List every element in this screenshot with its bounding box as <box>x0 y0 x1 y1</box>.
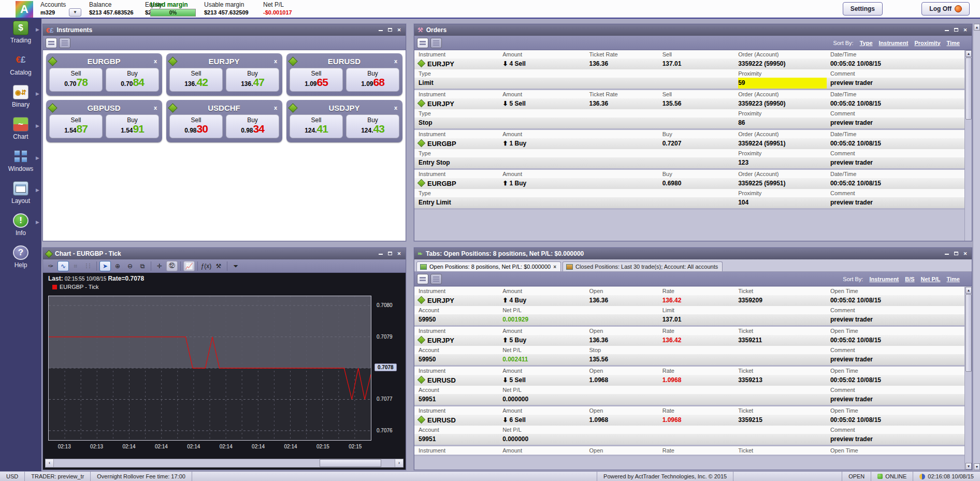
sidebar-item-layout[interactable]: Layout▶ <box>0 179 41 211</box>
scroll-left-icon[interactable]: ‹ <box>46 459 54 467</box>
sidebar-item-help[interactable]: ?Help <box>0 243 41 275</box>
buy-button[interactable]: Buy1.0968 <box>346 68 399 92</box>
candlestick-icon[interactable]: ᎒᎒ <box>82 261 94 271</box>
buy-button[interactable]: Buy0.9834 <box>226 114 279 138</box>
close-icon[interactable]: x <box>272 58 279 64</box>
position-row[interactable]: InstrumentAmountOpenRateTicketOpen Time <box>414 446 964 456</box>
scroll-up-icon[interactable]: ▲ <box>965 287 972 294</box>
tab-closed-positions[interactable]: Closed Positions: Last 30 trade(s); Acco… <box>563 261 723 271</box>
hand-icon[interactable]: ✑ <box>45 261 56 271</box>
sidebar-item-catalog[interactable]: €£Catalog <box>0 51 41 83</box>
chart-horizontal-scrollbar[interactable]: ‹ › <box>45 459 403 468</box>
workspace-scrollbar[interactable]: ▲ ▼ <box>973 24 980 470</box>
scroll-down-icon[interactable]: ▼ <box>965 463 972 470</box>
orders-scrollbar[interactable]: ▲ <box>964 50 972 241</box>
compact-view-button[interactable] <box>430 274 442 284</box>
indicators-icon[interactable]: ⏷ <box>230 261 241 271</box>
scroll-up-icon[interactable]: ▲ <box>965 50 972 57</box>
order-row[interactable]: InstrumentAmountTicket RateSellOrder (Ac… <box>414 90 964 130</box>
logoff-button[interactable]: Log Off <box>921 2 970 16</box>
positions-scrollbar[interactable]: ▲ ▼ <box>964 287 972 470</box>
crosshair-icon[interactable]: ✛ <box>154 261 165 271</box>
close-button[interactable]: ✕ <box>962 27 969 33</box>
position-row[interactable]: InstrumentAmountOpenRateTicketOpen TimeE… <box>414 287 964 327</box>
scrollbar-thumb[interactable] <box>320 459 381 467</box>
close-icon[interactable]: x <box>152 58 159 64</box>
sort-instrument-link[interactable]: Instrument <box>879 40 909 46</box>
tile-view-button[interactable] <box>46 38 57 48</box>
maximize-button[interactable] <box>953 251 959 257</box>
position-row[interactable]: InstrumentAmountOpenRateTicketOpen TimeE… <box>414 406 964 446</box>
close-button[interactable]: ✕ <box>396 251 402 257</box>
maximize-button[interactable] <box>386 27 393 33</box>
close-icon[interactable]: x <box>272 105 279 111</box>
orders-title-bar[interactable]: ⚒ Orders ✕ <box>414 24 972 36</box>
buy-button[interactable]: Buy1.5491 <box>106 114 159 138</box>
order-row[interactable]: InstrumentAmountBuyOrder (Account)Date/T… <box>414 130 964 170</box>
list-view-button[interactable] <box>59 38 70 48</box>
close-icon[interactable]: x <box>152 105 159 111</box>
sell-button[interactable]: Sell1.5487 <box>49 114 103 138</box>
position-row[interactable]: InstrumentAmountOpenRateTicketOpen TimeE… <box>414 327 964 367</box>
maximize-button[interactable] <box>386 251 393 257</box>
scroll-up-icon[interactable]: ▲ <box>974 24 980 31</box>
period-12-icon[interactable]: ⑫ <box>166 261 178 271</box>
chart-plot[interactable] <box>48 296 371 441</box>
pointer-icon[interactable]: ➤ <box>99 261 111 271</box>
minimize-button[interactable] <box>943 251 950 257</box>
order-row[interactable]: InstrumentAmountTicket RateSellOrder (Ac… <box>414 50 964 90</box>
close-icon[interactable]: x <box>392 105 399 111</box>
sell-button[interactable]: Sell124.41 <box>290 114 343 138</box>
sort-netpl-link[interactable]: Net P/L <box>921 276 941 282</box>
zoom-in-icon[interactable]: ⊕ <box>112 261 123 271</box>
sidebar-item-chart[interactable]: ~Chart▶ <box>0 115 41 147</box>
tab-close-icon[interactable]: × <box>553 264 556 270</box>
sort-type-link[interactable]: Type <box>860 40 873 46</box>
close-icon[interactable]: x <box>392 58 399 64</box>
close-button[interactable]: ✕ <box>396 27 402 33</box>
bar-chart-icon[interactable]: ⌗ <box>70 261 81 271</box>
scrollbar-thumb[interactable] <box>965 57 972 120</box>
buy-button[interactable]: Buy0.7084 <box>106 68 159 92</box>
buy-button[interactable]: Buy124.43 <box>346 114 399 138</box>
sell-button[interactable]: Sell0.7078 <box>49 68 103 92</box>
sidebar-item-trading[interactable]: $Trading▶ <box>0 19 41 51</box>
buy-button[interactable]: Buy136.47 <box>226 68 279 92</box>
sell-button[interactable]: Sell0.9830 <box>169 114 223 138</box>
sort-instrument-link[interactable]: Instrument <box>869 276 899 282</box>
line-chart-icon[interactable]: ∿ <box>57 261 69 271</box>
detailed-view-button[interactable] <box>417 274 428 284</box>
accounts-dropdown-button[interactable]: ▼ <box>69 8 81 17</box>
sort-bs-link[interactable]: B/S <box>905 276 914 282</box>
minimize-button[interactable] <box>377 251 384 257</box>
tools-icon[interactable]: ⚒ <box>213 261 224 271</box>
close-button[interactable]: ✕ <box>962 251 969 257</box>
positions-title-bar[interactable]: ❧ Tabs: Open Positions: 8 positions, Net… <box>414 248 972 259</box>
zoom-box-icon[interactable]: ⧉ <box>137 261 148 271</box>
order-row[interactable]: InstrumentAmountBuyOrder (Account)Date/T… <box>414 170 964 210</box>
scrollbar-thumb[interactable] <box>965 294 972 372</box>
chart-title-bar[interactable]: Chart - EURGBP - Tick ✕ <box>43 248 406 259</box>
sidebar-item-windows[interactable]: Windows▶ <box>0 147 41 179</box>
scroll-down-icon[interactable]: ▼ <box>974 463 980 470</box>
sidebar-item-info[interactable]: !Info▶ <box>0 211 41 243</box>
functions-icon[interactable]: ƒ(x) <box>200 261 212 271</box>
scroll-track[interactable] <box>54 459 395 467</box>
position-row[interactable]: InstrumentAmountOpenRateTicketOpen TimeE… <box>414 367 964 406</box>
minimize-button[interactable] <box>377 27 384 33</box>
zoom-out-icon[interactable]: ⊖ <box>124 261 136 271</box>
sort-proximity-link[interactable]: Proximity <box>914 40 940 46</box>
compact-view-button[interactable] <box>430 38 442 48</box>
minimize-button[interactable] <box>943 27 950 33</box>
detailed-view-button[interactable] <box>417 38 428 48</box>
maximize-button[interactable] <box>953 27 959 33</box>
instruments-title-bar[interactable]: €£ Instruments ✕ <box>43 24 406 36</box>
sort-time-link[interactable]: Time <box>947 276 960 282</box>
sidebar-item-binary[interactable]: ◉⇵Binary▶ <box>0 83 41 115</box>
sort-time-link[interactable]: Time <box>947 40 960 46</box>
settings-button[interactable]: Settings <box>843 2 883 16</box>
tab-open-positions[interactable]: Open Positions: 8 positions, Net P/L: $0… <box>416 261 561 271</box>
chart-window-icon[interactable]: 📈 <box>183 261 195 271</box>
sell-button[interactable]: Sell1.0965 <box>290 68 343 92</box>
sell-button[interactable]: Sell136.42 <box>169 68 223 92</box>
